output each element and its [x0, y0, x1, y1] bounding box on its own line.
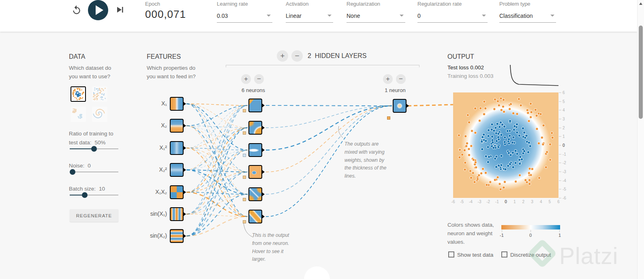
epoch-label: Epoch [145, 1, 160, 7]
hidden1-neuron-5[interactable] [248, 187, 262, 201]
regularization-select[interactable]: Regularization None [347, 0, 405, 24]
activation-select[interactable]: Activation Linear [286, 0, 333, 24]
scrollbar-thumb[interactable] [639, 26, 643, 119]
regularization-value: None [347, 13, 360, 19]
regenerate-button[interactable]: REGENERATE [70, 209, 118, 222]
slider-thumb[interactable] [82, 192, 88, 198]
learning-rate-select[interactable]: Learning rate 0.03 [217, 0, 272, 24]
y-axis-tick: 4 [563, 108, 570, 112]
y-axis-tickmark [559, 198, 561, 198]
hidden-layers-label: HIDDEN LAYERS [315, 52, 367, 59]
neuron-output-annotation: This is the output from one neuron. Hove… [252, 232, 297, 264]
add-layer-button[interactable]: + [277, 50, 288, 62]
feature-node-2[interactable] [170, 119, 184, 133]
feature-node-4[interactable] [170, 163, 184, 177]
y-axis-tick: 2 [563, 126, 570, 130]
reset-icon-glyph [71, 5, 82, 15]
discretize-output-checkbox[interactable] [501, 251, 507, 258]
bottom-circle-decoration [304, 266, 330, 279]
learning-rate-value: 0.03 [217, 13, 228, 19]
y-axis-tickmark [559, 163, 561, 163]
neuron-bias-square [243, 220, 246, 223]
dataset-thumbnail-circle[interactable] [71, 86, 86, 102]
regularization-label: Regularization [347, 1, 380, 7]
node-output-arrow-icon [261, 125, 265, 130]
scale-label-min: -1 [500, 233, 504, 238]
hidden1-neuron-6[interactable] [248, 210, 262, 223]
feature-node-7[interactable] [170, 229, 184, 243]
platzi-logo-icon [527, 238, 557, 268]
add-neuron-layer1-button[interactable]: + [241, 74, 251, 84]
feature-node-3[interactable] [170, 141, 184, 155]
regularization-rate-label: Regularization rate [417, 1, 462, 7]
remove-layer-button[interactable]: − [291, 50, 303, 62]
y-axis-tick: 1 [563, 134, 570, 139]
weights-annotation: The outputs are mixed with varying weigh… [344, 140, 389, 180]
dataset-thumbnail-spiral[interactable] [92, 107, 107, 122]
test-loss-value: 0.002 [470, 64, 484, 71]
feature-node-6[interactable] [170, 207, 184, 221]
hidden1-neuron-4[interactable] [248, 165, 262, 179]
reset-icon[interactable] [71, 5, 82, 15]
feature-node-1[interactable] [170, 97, 184, 111]
hidden1-neuron-1[interactable] [248, 99, 262, 112]
loss-curve [503, 60, 559, 88]
train-ratio-slider[interactable] [70, 146, 118, 152]
slider-fill [70, 148, 94, 149]
y-axis-tick: -2 [563, 161, 570, 165]
slider-thumb[interactable] [70, 169, 75, 175]
remove-neuron-layer2-button[interactable]: − [396, 74, 406, 84]
feature-label-6: sin(X₁) [143, 210, 167, 217]
chevron-down-icon [400, 15, 404, 17]
node-output-arrow-icon [183, 190, 186, 195]
x-axis-tick: -5 [459, 200, 465, 204]
slider-thumb[interactable] [91, 146, 97, 152]
batch-size-slider[interactable] [70, 192, 118, 198]
hidden1-neuron-2[interactable] [248, 121, 262, 135]
play-icon [88, 0, 108, 20]
neuron-bias-square [243, 131, 246, 135]
problem-type-select[interactable]: Problem type Classification [499, 0, 556, 24]
regularization-rate-select[interactable]: Regularization rate 0 [417, 0, 488, 24]
x-axis-tick: 6 [555, 200, 562, 204]
output-plot [453, 92, 558, 198]
node-output-arrow-icon [406, 103, 409, 108]
dataset-thumbnail-gaussian[interactable] [71, 107, 86, 122]
scale-tickmark [559, 230, 560, 232]
layer1-neurons-label: 6 neurons [235, 87, 272, 93]
y-axis-tickmark [559, 189, 561, 189]
show-test-data-checkbox[interactable] [448, 251, 454, 258]
x-axis-tick: 1 [511, 200, 518, 204]
x-axis-tick: 2 [520, 200, 526, 204]
y-axis-tickmark [559, 92, 561, 93]
color-legend-text: Colors shows data, neuron and weight val… [447, 221, 494, 247]
hidden2-neuron-1[interactable] [393, 99, 407, 113]
x-axis-tick: 3 [529, 200, 535, 204]
scrollbar-up-arrow-icon[interactable] [639, 2, 642, 5]
x-axis-tick: 5 [546, 200, 553, 204]
node-output-arrow-icon [183, 146, 186, 150]
hidden1-neuron-3[interactable] [248, 143, 262, 157]
activation-label: Activation [286, 1, 308, 7]
y-axis-tickmark [559, 145, 561, 146]
step-button[interactable] [116, 5, 124, 14]
vertical-scrollbar[interactable] [637, 0, 644, 279]
node-output-arrow-icon [261, 148, 265, 152]
noise-slider[interactable] [70, 169, 118, 175]
y-axis-tick: -3 [563, 170, 570, 174]
dataset-thumbnail-exclusive-or[interactable] [92, 86, 107, 102]
feature-node-5[interactable] [170, 185, 184, 199]
add-neuron-layer2-button[interactable]: + [383, 74, 393, 84]
x-axis-tick: -4 [467, 200, 474, 204]
show-test-data-label[interactable]: Show test data [457, 252, 493, 258]
neuron-bias-square [243, 109, 246, 112]
remove-neuron-layer1-button[interactable]: − [254, 74, 264, 84]
x-axis-tick: -3 [476, 200, 483, 204]
select-underline [499, 22, 556, 23]
play-button[interactable] [88, 0, 108, 20]
feature-label-3: X₁² [143, 144, 167, 151]
y-axis-tickmark [559, 180, 561, 181]
platzi-watermark: Platzi [559, 243, 618, 269]
select-underline [417, 22, 488, 23]
slider-track [70, 172, 118, 172]
